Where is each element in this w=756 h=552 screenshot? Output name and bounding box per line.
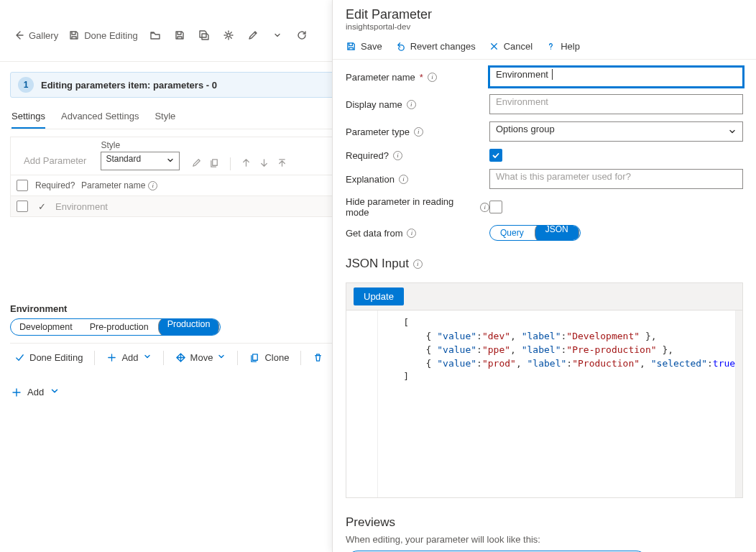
banner-step-number: 1 — [18, 77, 34, 93]
flyout-subtitle: insightsportal-dev — [346, 22, 743, 31]
info-icon: i — [399, 175, 408, 184]
edit-dropdown-icon[interactable] — [267, 25, 287, 45]
previews-title: Previews — [346, 515, 743, 530]
label-get-data-from: Get data fromi — [346, 228, 489, 239]
tab-advanced-settings[interactable]: Advanced Settings — [61, 106, 139, 129]
row-checkbox[interactable] — [17, 201, 28, 212]
tab-settings[interactable]: Settings — [11, 106, 45, 129]
move-icon — [175, 352, 186, 363]
data-source-toggle[interactable]: Query JSON — [489, 225, 581, 241]
gallery-label: Gallery — [29, 30, 58, 41]
flyout-command-bar: Save Revert changes Cancel Help — [333, 34, 756, 60]
json-input-section-title: JSON Inputi — [346, 257, 743, 271]
gallery-button[interactable]: Gallery — [10, 27, 61, 44]
environment-options-group[interactable]: DevelopmentPre-productionProduction — [10, 318, 221, 336]
flyout-title: Edit Parameter — [346, 7, 743, 22]
parameter-type-select[interactable]: Options group — [489, 121, 743, 142]
explanation-input[interactable]: What is this parameter used for? — [489, 169, 743, 189]
label-parameter-name: Parameter name*i — [346, 72, 489, 83]
clone-action[interactable]: Clone — [245, 349, 293, 366]
option-pill[interactable]: Pre-production — [81, 321, 157, 334]
revert-button[interactable]: Revert changes — [395, 41, 476, 52]
style-select[interactable]: Standard — [101, 152, 180, 170]
label-explanation: Explanationi — [346, 174, 489, 185]
json-editor: Update [ { "value":"dev", "label":"Devel… — [346, 282, 743, 498]
move-down-icon[interactable] — [259, 157, 269, 170]
help-icon — [545, 41, 556, 52]
done-editing-button[interactable]: Done Editing — [65, 27, 140, 44]
label-required: Required?i — [346, 150, 489, 161]
cancel-button[interactable]: Cancel — [489, 41, 533, 52]
select-all-checkbox[interactable] — [17, 180, 28, 191]
parameter-form: Parameter name*i Environment Display nam… — [333, 60, 756, 498]
plus-icon — [11, 387, 22, 397]
trash-icon — [313, 352, 323, 363]
tab-style[interactable]: Style — [155, 106, 175, 129]
save-icon — [346, 41, 356, 52]
add-step-button[interactable]: Add — [11, 386, 60, 398]
edit-parameter-flyout: Edit Parameter insightsportal-dev Save R… — [332, 0, 756, 552]
update-button[interactable]: Update — [354, 288, 404, 305]
done-editing-action[interactable]: Done Editing — [10, 349, 87, 366]
info-icon: i — [407, 100, 416, 109]
done-editing-label: Done Editing — [84, 30, 137, 41]
data-source-json[interactable]: JSON — [535, 225, 579, 241]
display-name-input[interactable]: Environment — [489, 94, 743, 114]
parameter-name-input[interactable]: Environment — [489, 67, 743, 87]
required-check-icon: ✓ — [35, 201, 48, 212]
json-code-body[interactable]: [ { "value":"dev", "label":"Development"… — [378, 310, 735, 497]
info-icon: i — [148, 181, 157, 190]
json-toolbar: Update — [346, 283, 742, 310]
previews-description: When editing, your parameter will look l… — [346, 534, 743, 545]
move-up-icon[interactable] — [241, 157, 252, 170]
label-hide-parameter: Hide parameter in reading modei — [346, 196, 489, 218]
header-param-name: Parameter namei — [81, 180, 268, 190]
info-icon: i — [407, 229, 416, 238]
close-icon — [489, 41, 499, 52]
option-pill[interactable]: Production — [158, 318, 220, 336]
style-select-value: Standard — [106, 154, 141, 164]
arrow-left-icon — [13, 29, 24, 41]
chevron-down-icon — [143, 352, 152, 363]
delete-action[interactable] — [308, 349, 328, 366]
open-icon[interactable] — [145, 25, 165, 45]
help-button[interactable]: Help — [545, 41, 580, 52]
hide-parameter-checkbox[interactable] — [489, 201, 502, 213]
label-parameter-type: Parameter typei — [346, 126, 489, 137]
previews-section: Previews When editing, your parameter wi… — [333, 498, 756, 552]
move-top-icon[interactable] — [277, 157, 287, 170]
edit-pencil-icon[interactable] — [243, 25, 263, 45]
chevron-down-icon — [217, 352, 226, 363]
label-display-name: Display namei — [346, 99, 489, 110]
settings-gear-icon[interactable] — [218, 25, 239, 45]
option-pill[interactable]: Development — [11, 321, 81, 334]
code-overview-ruler — [735, 310, 742, 497]
data-source-query[interactable]: Query — [490, 227, 534, 239]
check-icon — [14, 352, 25, 363]
save-button[interactable]: Save — [346, 41, 382, 52]
chevron-down-icon — [166, 156, 175, 167]
save-icon — [68, 29, 80, 41]
clone-icon — [249, 352, 260, 363]
info-icon: i — [428, 73, 437, 82]
move-action[interactable]: Move — [171, 349, 231, 366]
undo-icon — [395, 41, 406, 52]
banner-text: Editing parameters item: parameters - 0 — [41, 80, 217, 91]
header-required: Required? — [35, 180, 74, 190]
svg-point-0 — [226, 34, 229, 37]
add-action[interactable]: Add — [102, 349, 155, 366]
refresh-icon[interactable] — [292, 25, 312, 45]
edit-icon[interactable] — [191, 157, 202, 170]
code-gutter — [346, 310, 378, 497]
copy-icon[interactable] — [209, 157, 220, 170]
required-checkbox[interactable] — [489, 149, 502, 162]
style-label: Style — [101, 140, 180, 150]
info-icon: i — [413, 259, 423, 269]
info-icon: i — [393, 151, 402, 160]
chevron-down-icon — [728, 127, 737, 138]
row-param-name: Environment — [55, 201, 242, 212]
add-parameter-button[interactable]: Add Parameter — [17, 151, 93, 170]
saveas-icon[interactable] — [194, 25, 214, 45]
save-disk-icon[interactable] — [170, 25, 190, 45]
info-icon: i — [480, 203, 489, 212]
